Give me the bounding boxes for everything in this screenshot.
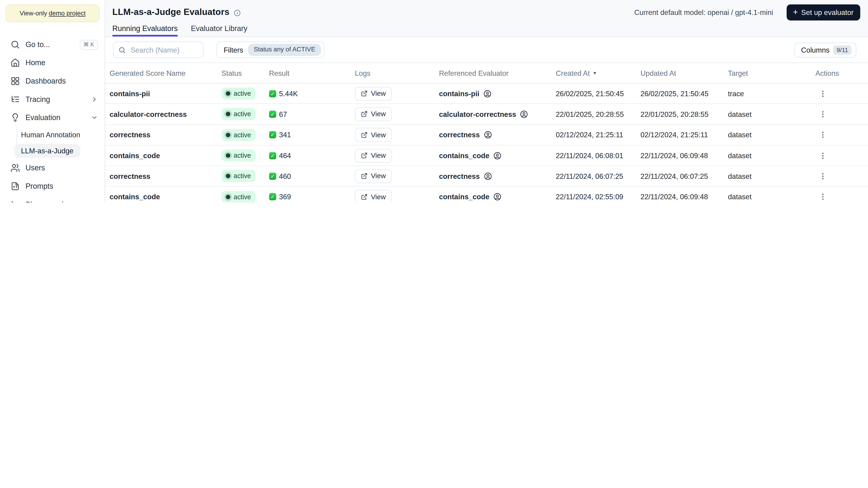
tab-bar: Running Evaluators Evaluator Library [112,24,247,36]
view-logs-button[interactable]: View [355,87,392,101]
sidebar-item-label: Dashboards [26,77,66,85]
column-header-generated-score-name[interactable]: Generated Score Name [110,69,221,77]
chevron-right-icon [91,96,98,103]
view-logs-button[interactable]: View [355,128,392,142]
column-header-referenced-evaluator[interactable]: Referenced Evaluator [439,69,556,77]
view-logs-button[interactable]: View [355,107,392,121]
sidebar-item-label: Playground [26,200,63,202]
column-header-logs[interactable]: Logs [355,69,439,77]
view-logs-label: View [371,131,386,139]
status-badge: active [221,191,256,202]
sidebar-item-tracing[interactable]: Tracing [0,90,105,108]
status-cell: active [221,129,269,141]
shortcut-badge: ⌘ K [80,39,98,50]
sidebar-item-goto[interactable]: Go to... ⌘ K [0,35,105,54]
row-actions-button[interactable] [816,87,829,100]
column-header-status[interactable]: Status [221,69,269,77]
sidebar-item-evaluation[interactable]: Evaluation [0,108,105,127]
column-header-updated-at[interactable]: Updated At [641,69,728,77]
target: dataset [728,193,815,201]
sidebar-item-home[interactable]: Home [0,54,105,72]
tab-evaluator-library[interactable]: Evaluator Library [191,24,247,36]
view-logs-label: View [371,152,386,160]
target: trace [728,90,815,98]
row-actions-button[interactable] [816,149,829,162]
view-logs-label: View [371,110,386,118]
sidebar-item-users[interactable]: Users [0,159,105,177]
edit-model-button[interactable] [776,11,779,13]
external-link-icon [361,152,368,159]
column-header-actions: Actions [815,69,868,77]
app-window: View-only demo project Go to... ⌘ K Home [0,0,868,202]
view-logs-button[interactable]: View [355,169,392,183]
result-cell: ✓5.44K [269,90,355,98]
columns-label: Columns [801,46,830,54]
sidebar-item-playground[interactable]: Playground [0,195,105,202]
sidebar-item-llm-as-a-judge[interactable]: LLM-as-a-Judge [4,143,104,159]
sidebar-item-dashboards[interactable]: Dashboards [0,72,105,90]
column-header-result[interactable]: Result [269,69,355,77]
row-actions-button[interactable] [816,129,829,141]
tab-running-evaluators[interactable]: Running Evaluators [112,24,178,36]
status-badge: active [221,150,256,162]
referenced-evaluator: contains_code [439,193,556,201]
column-header-target[interactable]: Target [728,69,815,77]
status-label: active [234,90,251,98]
sidebar-item-label: Tracing [26,95,50,103]
target: dataset [728,172,815,180]
table-row[interactable]: contains-pii active ✓5.44K View contains… [105,84,868,104]
result-count: 369 [279,193,291,201]
columns-count-badge: 9/11 [833,45,851,55]
target: dataset [728,110,815,119]
table-row[interactable]: calculator-correctness active ✓67 View c… [105,104,868,125]
updated-at: 26/02/2025, 21:50:45 [641,90,728,98]
table-row[interactable]: contains_code active ✓464 View contains_… [105,145,868,166]
view-logs-button[interactable]: View [355,149,392,162]
sort-desc-icon: ▼ [593,71,597,76]
dashboard-icon [10,76,20,86]
status-badge: active [221,129,256,141]
actions-cell [815,170,868,183]
logs-cell: View [355,169,439,183]
row-actions-button[interactable] [816,108,829,121]
view-logs-label: View [371,172,386,180]
sidebar-item-label: LLM-as-a-Judge [14,144,80,158]
row-actions-button[interactable] [816,191,829,202]
score-name: contains_code [110,193,221,201]
external-link-icon [361,132,368,138]
result-segment-success: ✓464 [269,151,291,160]
search-input[interactable] [129,45,198,55]
logs-cell: View [355,87,439,101]
logs-cell: View [355,190,439,202]
result-cell: ✓341 [269,131,355,139]
sidebar-item-prompts[interactable]: Prompts [0,177,105,195]
actions-cell [815,149,868,162]
kebab-icon [818,110,827,119]
result-cell: ✓67 [269,110,355,119]
page-title: LLM-as-a-Judge Evaluators [112,7,229,17]
view-logs-button[interactable]: View [355,190,392,202]
evaluator-name: calculator-correctness [439,110,516,119]
status-cell: active [221,170,269,182]
clear-filters-button[interactable] [331,47,335,52]
check-icon: ✓ [269,131,276,138]
table-row[interactable]: contains_code active ✓369 View contains_… [105,187,868,202]
referenced-evaluator: correctness [439,172,556,180]
columns-button[interactable]: Columns 9/11 [795,42,857,57]
demo-project-link[interactable]: demo project [49,10,86,17]
column-header-created-at[interactable]: Created At ▼ [556,69,641,77]
status-cell: active [221,191,269,202]
filters-button[interactable]: Filters Status any of ACTIVE [217,41,324,58]
referenced-evaluator: calculator-correctness [439,110,556,119]
sidebar-item-human-annotation[interactable]: Human Annotation [4,127,104,143]
setup-evaluator-button[interactable]: + Set up evaluator [786,4,861,20]
table-row[interactable]: correctness active ✓460 View correctness [105,166,868,187]
row-actions-button[interactable] [816,170,829,183]
search-icon [10,40,20,50]
status-label: active [234,110,251,118]
logs-cell: View [355,107,439,121]
table-row[interactable]: correctness active ✓341 View correctness [105,125,868,145]
status-badge: active [221,170,256,182]
created-at: 22/11/2024, 06:08:01 [556,151,641,160]
sidebar-item-label: Evaluation [26,113,60,122]
